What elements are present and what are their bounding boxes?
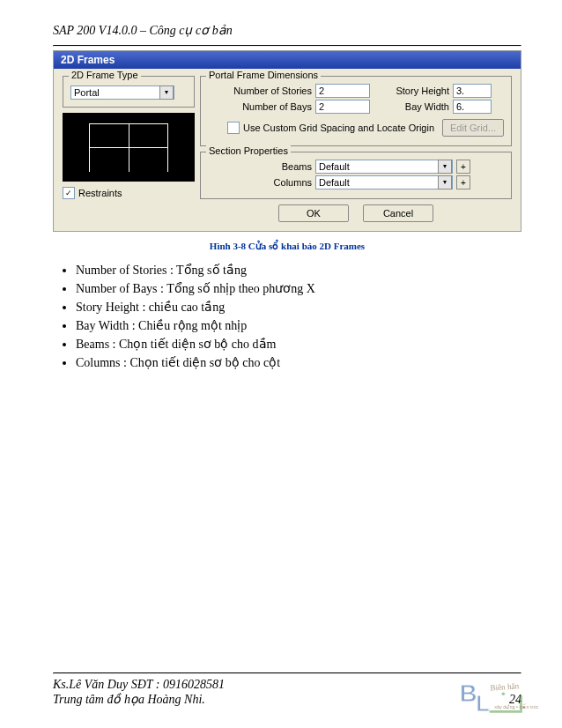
beams-add-button[interactable]: +	[456, 160, 470, 174]
columns-label: Columns	[208, 177, 312, 188]
dimensions-legend: Portal Frame Dimensions	[206, 70, 321, 80]
beams-label: Beams	[208, 161, 312, 172]
page-header: SAP 200 V14.0.0 – Công cụ cơ bản	[53, 23, 521, 38]
stories-label: Number of Stories	[208, 85, 312, 96]
list-item: Story Height : chiều cao tầng	[76, 300, 521, 315]
list-item: Number of Bays : Tổng số nhịp theo phươn…	[76, 281, 521, 296]
cancel-button[interactable]: Cancel	[363, 204, 433, 222]
columns-select[interactable]: Default ▾	[315, 175, 453, 189]
frame-type-group: 2D Frame Type Portal ▾	[63, 76, 195, 108]
svg-text:L: L	[476, 691, 490, 716]
columns-add-button[interactable]: +	[456, 175, 470, 189]
list-item: Bay Width : Chiều rộng một nhịp	[76, 318, 521, 333]
figure-caption: Hình 3-8 Cửa sổ khai báo 2D Frames	[53, 241, 521, 252]
frame-preview	[63, 113, 195, 182]
page-footer: Ks.Lê Văn Duy SĐT : 0916028581 Trung tâm…	[53, 672, 521, 707]
section-group: Section Properties Beams Default ▾ + Col…	[200, 152, 512, 199]
edit-grid-button: Edit Grid...	[442, 119, 504, 137]
ok-button[interactable]: OK	[278, 204, 349, 222]
svg-text:B: B	[460, 680, 477, 707]
grid-checkbox-label: Use Custom Grid Spacing and Locate Origi…	[243, 123, 434, 133]
header-rule	[53, 45, 521, 47]
beams-select[interactable]: Default ▾	[315, 160, 453, 174]
columns-value: Default	[319, 177, 350, 188]
chevron-down-icon: ▾	[438, 175, 452, 189]
bays-input[interactable]	[315, 100, 370, 114]
svg-point-2	[502, 692, 506, 695]
chevron-down-icon: ▾	[159, 85, 174, 100]
frame-type-value: Portal	[74, 87, 100, 98]
restraints-label: Restraints	[78, 188, 122, 198]
bays-label: Number of Bays	[208, 101, 312, 112]
watermark-logo: B L xây dựng • kiến trúc Biên hân	[458, 675, 555, 717]
dialog-title: 2D Frames	[54, 51, 521, 69]
frame-type-legend: 2D Frame Type	[69, 70, 141, 80]
chevron-down-icon: ▾	[438, 160, 452, 174]
footer-rule	[53, 672, 521, 674]
story-height-label: Story Height	[373, 85, 449, 96]
frame-type-select[interactable]: Portal ▾	[70, 85, 174, 100]
list-item: Columns : Chọn tiết diện sơ bộ cho cột	[76, 355, 521, 370]
bay-width-label: Bay Width	[373, 101, 449, 112]
footer-line-2: Trung tâm đồ họa Hoàng Nhi.	[53, 692, 205, 707]
dialog-2d-frames: 2D Frames 2D Frame Type Portal ▾	[53, 50, 521, 232]
bay-width-input[interactable]	[453, 100, 492, 114]
list-item: Number of Stories : Tổng số tầng	[76, 263, 521, 278]
story-height-input[interactable]	[453, 84, 492, 98]
dimensions-group: Portal Frame Dimensions Number of Storie…	[200, 76, 512, 146]
footer-line-1: Ks.Lê Văn Duy SĐT : 0916028581	[53, 678, 225, 692]
restraints-checkbox[interactable]: ✓	[63, 187, 75, 199]
stories-input[interactable]	[315, 84, 370, 98]
svg-text:Biên hân: Biên hân	[490, 681, 520, 692]
bullet-list: Number of Stories : Tổng số tầng Number …	[76, 263, 521, 370]
grid-checkbox[interactable]	[227, 122, 240, 134]
svg-text:xây dựng • kiến trúc: xây dựng • kiến trúc	[494, 703, 538, 710]
beams-value: Default	[319, 161, 350, 172]
section-legend: Section Properties	[206, 145, 291, 156]
list-item: Beams : Chọn tiết diện sơ bộ cho dầm	[76, 337, 521, 352]
